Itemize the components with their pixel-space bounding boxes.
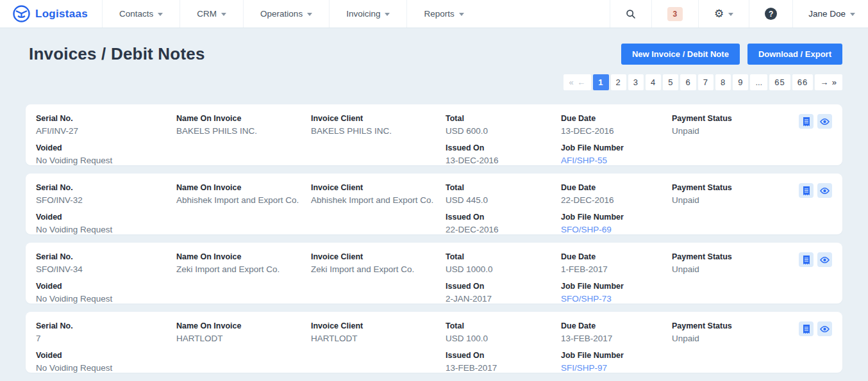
- receipt-icon: [803, 325, 810, 334]
- job-file-number-link[interactable]: AFI/SHP-55: [561, 156, 672, 166]
- chevron-down-icon: [728, 13, 733, 16]
- serial-no-value: AFI/INV-27: [36, 126, 176, 137]
- payment-status-value: Unpaid: [672, 195, 791, 206]
- due-date-value: 1-FEB-2017: [561, 264, 672, 275]
- nav-item-crm[interactable]: CRM: [180, 0, 244, 28]
- pagination-page-65[interactable]: 65: [769, 74, 790, 90]
- pagination-page-2[interactable]: 2: [611, 74, 626, 90]
- serial-no-label: Serial No.: [36, 321, 176, 331]
- job-file-number-label: Job File Number: [561, 213, 672, 222]
- total-value: USD 100.0: [446, 334, 561, 345]
- due-date-value: 13-DEC-2016: [561, 126, 672, 137]
- pagination-page-3[interactable]: 3: [628, 74, 644, 90]
- invoice-client-label: Invoice Client: [311, 321, 446, 331]
- invoice-client-label: Invoice Client: [311, 114, 446, 124]
- total-label: Total: [446, 321, 561, 331]
- serial-no-label: Serial No.: [36, 252, 176, 262]
- due-date-label: Due Date: [561, 114, 672, 124]
- pagination-ellipsis: ...: [750, 74, 767, 90]
- top-navbar: Logistaas Contacts CRM Operations Invoic…: [0, 0, 868, 28]
- nav-item-label: Operations: [260, 9, 303, 19]
- pagination-page-1[interactable]: 1: [593, 74, 608, 90]
- nav-item-label: Invoicing: [346, 9, 380, 19]
- invoice-details-button[interactable]: [799, 252, 814, 267]
- issued-on-value: 13-DEC-2016: [446, 156, 561, 166]
- chevron-down-icon: [158, 13, 163, 16]
- job-file-number-label: Job File Number: [561, 143, 672, 153]
- notifications-button[interactable]: 3: [651, 0, 698, 28]
- job-file-number-link[interactable]: SFI/SHP-97: [561, 363, 672, 374]
- due-date-label: Due Date: [561, 252, 672, 262]
- search-button[interactable]: [610, 0, 651, 28]
- pagination: « ←123456789...6566→ »: [563, 74, 842, 90]
- nav-item-operations[interactable]: Operations: [244, 0, 330, 28]
- invoice-details-button[interactable]: [799, 321, 814, 336]
- view-invoice-button[interactable]: [817, 114, 832, 129]
- download-export-button[interactable]: Download / Export: [747, 44, 842, 65]
- help-button[interactable]: ?: [749, 0, 792, 28]
- serial-no-value: 7: [36, 334, 176, 345]
- invoice-client-label: Invoice Client: [311, 183, 446, 193]
- invoice-details-button[interactable]: [799, 183, 814, 198]
- nav-item-contacts[interactable]: Contacts: [103, 0, 180, 28]
- brand[interactable]: Logistaas: [0, 0, 103, 28]
- view-invoice-button[interactable]: [817, 252, 832, 267]
- logistaas-logo-icon: [13, 5, 30, 22]
- invoice-card: Serial No. 7 Voided No Voiding Request N…: [26, 312, 842, 373]
- pagination-prev[interactable]: « ←: [563, 74, 591, 90]
- chevron-down-icon: [307, 13, 312, 16]
- pagination-page-8[interactable]: 8: [715, 74, 731, 90]
- voided-label: Voided: [36, 282, 176, 291]
- issued-on-value: 22-DEC-2016: [446, 225, 561, 236]
- payment-status-value: Unpaid: [672, 334, 791, 345]
- name-on-invoice-value: Zeki Import and Export Co.: [176, 264, 311, 275]
- name-on-invoice-value: Abhishek Import and Export Co.: [176, 195, 311, 206]
- invoice-list: Serial No. AFI/INV-27 Voided No Voiding …: [26, 104, 842, 373]
- due-date-label: Due Date: [561, 183, 672, 193]
- settings-menu[interactable]: ⚙: [698, 0, 749, 28]
- pagination-page-4[interactable]: 4: [646, 74, 661, 90]
- voided-value: No Voiding Request: [36, 225, 176, 236]
- invoice-client-label: Invoice Client: [311, 252, 446, 262]
- payment-status-label: Payment Status: [672, 183, 791, 193]
- invoice-card: Serial No. AFI/INV-27 Voided No Voiding …: [26, 104, 842, 165]
- page-title: Invoices / Debit Notes: [26, 44, 205, 64]
- invoice-client-value: HARTLODT: [311, 334, 446, 345]
- chevron-down-icon: [459, 13, 464, 16]
- invoice-details-button[interactable]: [799, 114, 814, 129]
- pagination-page-66[interactable]: 66: [792, 74, 813, 90]
- chevron-down-icon: [221, 13, 226, 16]
- pagination-page-5[interactable]: 5: [663, 74, 678, 90]
- pagination-page-7[interactable]: 7: [698, 74, 714, 90]
- pagination-page-9[interactable]: 9: [733, 74, 748, 90]
- user-menu[interactable]: Jane Doe: [792, 0, 868, 28]
- invoice-client-value: BAKELS PHILS INC.: [311, 126, 446, 137]
- job-file-number-link[interactable]: SFO/SHP-69: [561, 225, 672, 236]
- pagination-page-6[interactable]: 6: [680, 74, 696, 90]
- payment-status-label: Payment Status: [672, 321, 791, 331]
- issued-on-value: 2-JAN-2017: [446, 294, 561, 305]
- invoice-client-value: Abhishek Import and Export Co.: [311, 195, 446, 206]
- issued-on-label: Issued On: [446, 213, 561, 222]
- eye-icon: [820, 118, 830, 126]
- job-file-number-link[interactable]: SFO/SHP-73: [561, 294, 672, 305]
- nav-item-label: CRM: [197, 9, 217, 19]
- issued-on-label: Issued On: [446, 282, 561, 291]
- view-invoice-button[interactable]: [817, 183, 832, 198]
- pagination-next[interactable]: → »: [815, 74, 842, 90]
- search-icon: [626, 9, 636, 19]
- issued-on-label: Issued On: [446, 351, 561, 361]
- nav-item-reports[interactable]: Reports: [407, 0, 480, 28]
- help-icon: ?: [765, 8, 777, 20]
- payment-status-label: Payment Status: [672, 114, 791, 124]
- due-date-label: Due Date: [561, 321, 672, 331]
- nav-item-invoicing[interactable]: Invoicing: [330, 0, 407, 28]
- name-on-invoice-label: Name On Invoice: [176, 114, 311, 124]
- view-invoice-button[interactable]: [817, 321, 832, 336]
- issued-on-label: Issued On: [446, 143, 561, 153]
- invoice-card: Serial No. SFO/INV-34 Voided No Voiding …: [26, 243, 842, 304]
- invoice-client-value: Zeki Import and Export Co.: [311, 264, 446, 275]
- chevron-down-icon: [385, 13, 390, 16]
- new-invoice-button[interactable]: New Invoice / Debit Note: [621, 44, 740, 65]
- notification-count-badge: 3: [667, 7, 683, 21]
